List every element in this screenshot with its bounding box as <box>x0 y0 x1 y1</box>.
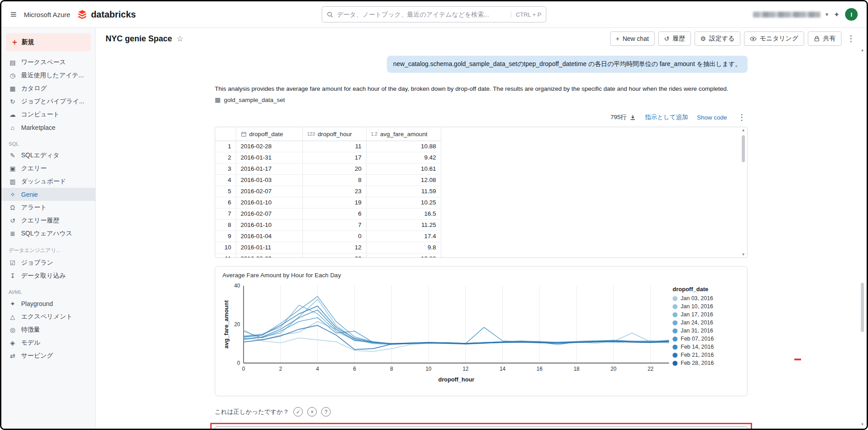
chart-title: Average Fare Amount by Hour for Each Day <box>222 272 740 279</box>
chevron-down-icon[interactable]: ▾ <box>826 11 828 18</box>
new-chat-button[interactable]: + New chat <box>610 31 655 46</box>
page-scroll-thumb[interactable] <box>861 283 864 332</box>
red-annotation-rectangle <box>210 423 752 429</box>
sidebar-item-warehouse[interactable]: ≣SQLウェアハウス <box>1 227 95 240</box>
sidebar-item-ingestion[interactable]: ↧データ取り込み <box>1 269 95 282</box>
search-input[interactable] <box>337 11 507 18</box>
result-kebab-icon[interactable]: ⋮ <box>736 112 748 122</box>
feedback-row: これは正しかったですか？ ✓ × ? <box>215 407 748 417</box>
global-search[interactable]: CTRL + P <box>322 6 546 22</box>
cell: 10.88 <box>366 141 441 152</box>
table-scrollbar[interactable]: ▲ ▼ <box>740 128 746 257</box>
history-button[interactable]: ↺ 履歴 <box>658 31 691 46</box>
sidebar-item-dashboards[interactable]: ▥ダッシュボード <box>1 175 95 188</box>
sidebar-item-features[interactable]: ◎特徴量 <box>1 323 95 336</box>
sidebar-item-sql-editor[interactable]: ✎SQLエディタ <box>1 149 95 162</box>
show-code-link[interactable]: Show code <box>697 114 727 121</box>
legend-item[interactable]: Feb 21, 2016 <box>673 351 740 359</box>
monitoring-button[interactable]: モニタリング <box>744 31 804 46</box>
hamburger-menu-icon[interactable]: ≡ <box>10 9 17 20</box>
table-row[interactable]: 82016-01-10711.25 <box>215 219 441 231</box>
legend-item[interactable]: Jan 17, 2016 <box>673 310 740 319</box>
svg-text:avg_fare_amount: avg_fare_amount <box>223 300 230 349</box>
sidebar-item-jobs[interactable]: ↻ジョブとパイプライ... <box>1 95 95 108</box>
scroll-down-icon[interactable]: ▼ <box>742 253 745 257</box>
legend-item[interactable]: Jan 31, 2016 <box>673 327 740 335</box>
legend-item[interactable]: Jan 03, 2016 <box>673 294 740 302</box>
column-header-dropoff_hour[interactable]: 123dropoff_hour <box>302 127 366 141</box>
svg-text:8: 8 <box>390 366 393 372</box>
topbar-right: ▾ ✦ I <box>753 8 858 21</box>
table-row[interactable]: 112016-02-292310.88 <box>215 253 441 258</box>
scroll-up-icon[interactable]: ▲ <box>861 48 864 52</box>
sidebar-section-label: データエンジニアリ... <box>1 240 95 256</box>
table-row[interactable]: 22016-01-31179.42 <box>215 152 441 163</box>
column-header-dropoff_date[interactable]: dropoff_date <box>236 127 302 141</box>
sidebar-item-query-history[interactable]: ↺クエリー履歴 <box>1 214 95 227</box>
sidebar-item-experiments[interactable]: △エクスペリメント <box>1 310 95 323</box>
add-as-instruction-link[interactable]: 指示として追加 <box>645 113 688 121</box>
new-button[interactable]: + 新規 <box>6 33 91 51</box>
svg-text:4: 4 <box>316 366 319 372</box>
table-row[interactable]: 12016-02-281110.88 <box>215 141 441 152</box>
legend-label: Feb 28, 2016 <box>681 360 714 366</box>
scroll-up-icon[interactable]: ▲ <box>742 128 745 132</box>
sidebar-item-playground[interactable]: ✦Playground <box>1 297 95 310</box>
sidebar-item-marketplace[interactable]: ⌂Marketplace <box>1 121 95 134</box>
favorite-star-icon[interactable]: ☆ <box>177 34 183 44</box>
sidebar-item-workspace[interactable]: ▤ワークスペース <box>1 56 95 69</box>
table-reference-chip[interactable]: ▦ gold_sample_data_set <box>215 96 285 103</box>
sidebar-item-genie[interactable]: ✧Genie <box>1 188 95 201</box>
sidebar-item-recents[interactable]: ◷最近使用したアイテ... <box>1 69 95 82</box>
serving-icon: ⇄ <box>9 352 17 359</box>
cell: 12.08 <box>366 174 441 186</box>
row-index: 10 <box>215 242 236 253</box>
chat-input-container <box>214 426 748 429</box>
kebab-menu-icon[interactable]: ⋮ <box>845 34 857 44</box>
table-row[interactable]: 92016-01-04017.4 <box>215 231 441 242</box>
svg-text:16: 16 <box>536 366 542 372</box>
legend-label: Feb 07, 2016 <box>681 336 714 342</box>
sidebar-item-catalog[interactable]: ▦カタログ <box>1 82 95 95</box>
avatar[interactable]: I <box>845 8 858 21</box>
sidebar-sections: ▤ワークスペース◷最近使用したアイテ...▦カタログ↻ジョブとパイプライ...☁… <box>1 56 95 362</box>
settings-button[interactable]: ⚙ 設定する <box>695 31 740 46</box>
sidebar-item-models[interactable]: ◈モデル <box>1 336 95 349</box>
legend-label: Jan 17, 2016 <box>681 311 713 318</box>
sidebar-item-alerts[interactable]: Ωアラート <box>1 201 95 214</box>
table-row[interactable]: 42016-01-03812.08 <box>215 174 441 186</box>
monitoring-label: モニタリング <box>760 35 798 43</box>
sidebar-item-serving[interactable]: ⇄サービング <box>1 349 95 362</box>
account-name-redacted[interactable] <box>753 12 820 18</box>
table-row[interactable]: 52016-02-072311.59 <box>215 186 441 197</box>
table-row[interactable]: 102016-01-11129.8 <box>215 242 441 253</box>
settings-label: 設定する <box>709 35 735 43</box>
thumbs-up-check-icon[interactable]: ✓ <box>293 407 303 417</box>
table-scroll-thumb[interactable] <box>742 135 745 162</box>
chart-card: Average Fare Amount by Hour for Each Day… <box>215 266 748 396</box>
thumbs-down-cross-icon[interactable]: × <box>307 407 317 417</box>
row-count-download[interactable]: 795行 <box>611 113 636 121</box>
scroll-down-icon[interactable]: ▼ <box>861 422 864 426</box>
legend-item[interactable]: Feb 14, 2016 <box>673 343 740 351</box>
share-button[interactable]: 共有 <box>808 31 841 46</box>
page-scrollbar[interactable]: ▲ ▼ <box>859 48 865 426</box>
table-row[interactable]: 72016-02-07616.5 <box>215 208 441 219</box>
feedback-question-icon[interactable]: ? <box>321 407 331 417</box>
column-header-avg_fare_amount[interactable]: 1.2avg_fare_amount <box>366 127 441 141</box>
sidebar-item-job-runs[interactable]: ☑ジョブラン <box>1 256 95 269</box>
sidebar-item-queries[interactable]: ▣クエリー <box>1 162 95 175</box>
sparkle-icon[interactable]: ✦ <box>834 10 840 19</box>
table-row[interactable]: 32016-01-172010.61 <box>215 163 441 174</box>
sidebar-item-label: アラート <box>21 204 47 212</box>
row-index: 6 <box>215 197 236 208</box>
legend-item[interactable]: Feb 07, 2016 <box>673 335 740 343</box>
legend-item[interactable]: Jan 24, 2016 <box>673 319 740 327</box>
legend-item[interactable]: Jan 10, 2016 <box>673 302 740 310</box>
databricks-logo[interactable]: databricks <box>77 9 136 20</box>
table-row[interactable]: 62016-01-101910.25 <box>215 197 441 208</box>
cell: 2016-01-10 <box>236 197 302 208</box>
sidebar-item-compute[interactable]: ☁コンピュート <box>1 108 95 121</box>
column-header-inner: 1.2avg_fare_amount <box>371 131 436 137</box>
legend-item[interactable]: Feb 28, 2016 <box>673 359 740 367</box>
